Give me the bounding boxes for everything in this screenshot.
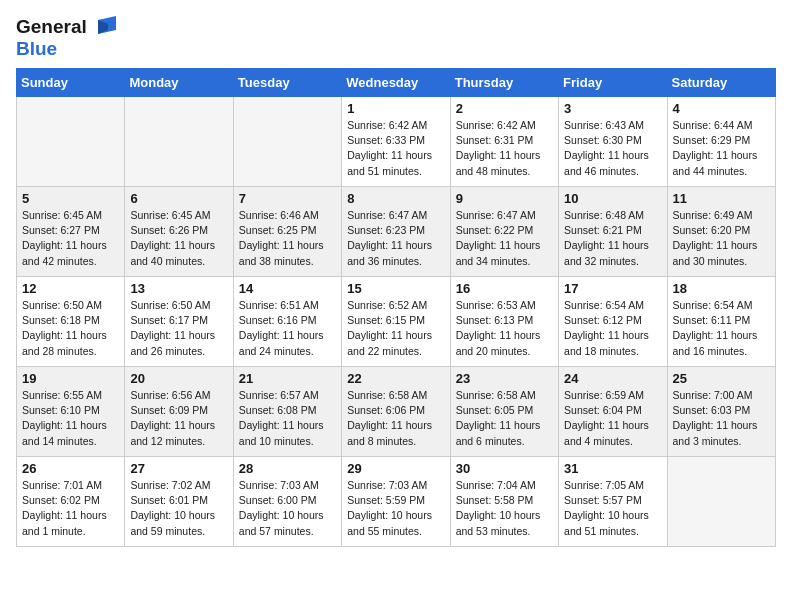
calendar-cell: 2Sunrise: 6:42 AMSunset: 6:31 PMDaylight… <box>450 97 558 187</box>
day-info: Sunrise: 6:53 AMSunset: 6:13 PMDaylight:… <box>456 298 553 359</box>
day-info: Sunrise: 6:52 AMSunset: 6:15 PMDaylight:… <box>347 298 444 359</box>
calendar-week-row: 5Sunrise: 6:45 AMSunset: 6:27 PMDaylight… <box>17 187 776 277</box>
calendar-cell: 6Sunrise: 6:45 AMSunset: 6:26 PMDaylight… <box>125 187 233 277</box>
calendar-cell: 13Sunrise: 6:50 AMSunset: 6:17 PMDayligh… <box>125 277 233 367</box>
day-number: 25 <box>673 371 770 386</box>
calendar-cell: 24Sunrise: 6:59 AMSunset: 6:04 PMDayligh… <box>559 367 667 457</box>
calendar-cell: 21Sunrise: 6:57 AMSunset: 6:08 PMDayligh… <box>233 367 341 457</box>
day-info: Sunrise: 6:54 AMSunset: 6:12 PMDaylight:… <box>564 298 661 359</box>
weekday-header-tuesday: Tuesday <box>233 69 341 97</box>
calendar-cell: 1Sunrise: 6:42 AMSunset: 6:33 PMDaylight… <box>342 97 450 187</box>
weekday-header-sunday: Sunday <box>17 69 125 97</box>
day-number: 23 <box>456 371 553 386</box>
day-number: 2 <box>456 101 553 116</box>
calendar-cell: 16Sunrise: 6:53 AMSunset: 6:13 PMDayligh… <box>450 277 558 367</box>
day-info: Sunrise: 6:59 AMSunset: 6:04 PMDaylight:… <box>564 388 661 449</box>
day-info: Sunrise: 6:45 AMSunset: 6:26 PMDaylight:… <box>130 208 227 269</box>
day-info: Sunrise: 6:43 AMSunset: 6:30 PMDaylight:… <box>564 118 661 179</box>
day-info: Sunrise: 6:54 AMSunset: 6:11 PMDaylight:… <box>673 298 770 359</box>
day-number: 6 <box>130 191 227 206</box>
day-number: 8 <box>347 191 444 206</box>
calendar-cell: 12Sunrise: 6:50 AMSunset: 6:18 PMDayligh… <box>17 277 125 367</box>
calendar-cell: 25Sunrise: 7:00 AMSunset: 6:03 PMDayligh… <box>667 367 775 457</box>
calendar-cell: 26Sunrise: 7:01 AMSunset: 6:02 PMDayligh… <box>17 457 125 547</box>
day-info: Sunrise: 7:02 AMSunset: 6:01 PMDaylight:… <box>130 478 227 539</box>
day-number: 4 <box>673 101 770 116</box>
weekday-header-saturday: Saturday <box>667 69 775 97</box>
day-info: Sunrise: 6:50 AMSunset: 6:17 PMDaylight:… <box>130 298 227 359</box>
day-number: 26 <box>22 461 119 476</box>
day-info: Sunrise: 6:51 AMSunset: 6:16 PMDaylight:… <box>239 298 336 359</box>
day-info: Sunrise: 6:42 AMSunset: 6:33 PMDaylight:… <box>347 118 444 179</box>
day-info: Sunrise: 6:48 AMSunset: 6:21 PMDaylight:… <box>564 208 661 269</box>
day-number: 16 <box>456 281 553 296</box>
calendar-cell: 3Sunrise: 6:43 AMSunset: 6:30 PMDaylight… <box>559 97 667 187</box>
calendar-cell: 5Sunrise: 6:45 AMSunset: 6:27 PMDaylight… <box>17 187 125 277</box>
logo-blue: Blue <box>16 38 57 59</box>
day-number: 30 <box>456 461 553 476</box>
calendar-week-row: 12Sunrise: 6:50 AMSunset: 6:18 PMDayligh… <box>17 277 776 367</box>
day-number: 11 <box>673 191 770 206</box>
calendar-cell: 14Sunrise: 6:51 AMSunset: 6:16 PMDayligh… <box>233 277 341 367</box>
day-info: Sunrise: 6:49 AMSunset: 6:20 PMDaylight:… <box>673 208 770 269</box>
day-number: 7 <box>239 191 336 206</box>
day-info: Sunrise: 7:01 AMSunset: 6:02 PMDaylight:… <box>22 478 119 539</box>
day-number: 3 <box>564 101 661 116</box>
day-number: 5 <box>22 191 119 206</box>
logo-general: General <box>16 16 87 38</box>
day-number: 19 <box>22 371 119 386</box>
day-info: Sunrise: 6:42 AMSunset: 6:31 PMDaylight:… <box>456 118 553 179</box>
calendar-cell: 20Sunrise: 6:56 AMSunset: 6:09 PMDayligh… <box>125 367 233 457</box>
weekday-header-friday: Friday <box>559 69 667 97</box>
calendar-cell: 31Sunrise: 7:05 AMSunset: 5:57 PMDayligh… <box>559 457 667 547</box>
day-info: Sunrise: 7:00 AMSunset: 6:03 PMDaylight:… <box>673 388 770 449</box>
calendar-week-row: 1Sunrise: 6:42 AMSunset: 6:33 PMDaylight… <box>17 97 776 187</box>
calendar-cell <box>667 457 775 547</box>
calendar-cell: 29Sunrise: 7:03 AMSunset: 5:59 PMDayligh… <box>342 457 450 547</box>
day-number: 20 <box>130 371 227 386</box>
day-info: Sunrise: 6:55 AMSunset: 6:10 PMDaylight:… <box>22 388 119 449</box>
weekday-header-thursday: Thursday <box>450 69 558 97</box>
logo-icon <box>90 16 116 38</box>
header: General Blue <box>16 16 776 60</box>
day-number: 29 <box>347 461 444 476</box>
day-info: Sunrise: 6:58 AMSunset: 6:05 PMDaylight:… <box>456 388 553 449</box>
calendar-cell: 8Sunrise: 6:47 AMSunset: 6:23 PMDaylight… <box>342 187 450 277</box>
day-number: 21 <box>239 371 336 386</box>
day-info: Sunrise: 7:04 AMSunset: 5:58 PMDaylight:… <box>456 478 553 539</box>
day-number: 18 <box>673 281 770 296</box>
calendar-cell: 7Sunrise: 6:46 AMSunset: 6:25 PMDaylight… <box>233 187 341 277</box>
day-info: Sunrise: 7:03 AMSunset: 5:59 PMDaylight:… <box>347 478 444 539</box>
calendar-cell <box>125 97 233 187</box>
calendar-cell <box>233 97 341 187</box>
calendar-cell: 30Sunrise: 7:04 AMSunset: 5:58 PMDayligh… <box>450 457 558 547</box>
calendar: SundayMondayTuesdayWednesdayThursdayFrid… <box>16 68 776 547</box>
calendar-cell: 28Sunrise: 7:03 AMSunset: 6:00 PMDayligh… <box>233 457 341 547</box>
calendar-cell: 22Sunrise: 6:58 AMSunset: 6:06 PMDayligh… <box>342 367 450 457</box>
calendar-cell: 23Sunrise: 6:58 AMSunset: 6:05 PMDayligh… <box>450 367 558 457</box>
calendar-cell: 10Sunrise: 6:48 AMSunset: 6:21 PMDayligh… <box>559 187 667 277</box>
day-info: Sunrise: 6:47 AMSunset: 6:22 PMDaylight:… <box>456 208 553 269</box>
calendar-cell: 18Sunrise: 6:54 AMSunset: 6:11 PMDayligh… <box>667 277 775 367</box>
day-number: 22 <box>347 371 444 386</box>
day-number: 12 <box>22 281 119 296</box>
day-number: 15 <box>347 281 444 296</box>
day-info: Sunrise: 6:44 AMSunset: 6:29 PMDaylight:… <box>673 118 770 179</box>
calendar-cell: 17Sunrise: 6:54 AMSunset: 6:12 PMDayligh… <box>559 277 667 367</box>
calendar-cell: 4Sunrise: 6:44 AMSunset: 6:29 PMDaylight… <box>667 97 775 187</box>
calendar-cell <box>17 97 125 187</box>
day-number: 13 <box>130 281 227 296</box>
day-info: Sunrise: 6:56 AMSunset: 6:09 PMDaylight:… <box>130 388 227 449</box>
calendar-cell: 15Sunrise: 6:52 AMSunset: 6:15 PMDayligh… <box>342 277 450 367</box>
day-number: 14 <box>239 281 336 296</box>
day-number: 28 <box>239 461 336 476</box>
day-number: 10 <box>564 191 661 206</box>
weekday-header-monday: Monday <box>125 69 233 97</box>
day-number: 27 <box>130 461 227 476</box>
calendar-cell: 19Sunrise: 6:55 AMSunset: 6:10 PMDayligh… <box>17 367 125 457</box>
day-number: 1 <box>347 101 444 116</box>
day-info: Sunrise: 7:05 AMSunset: 5:57 PMDaylight:… <box>564 478 661 539</box>
day-info: Sunrise: 6:57 AMSunset: 6:08 PMDaylight:… <box>239 388 336 449</box>
day-info: Sunrise: 6:58 AMSunset: 6:06 PMDaylight:… <box>347 388 444 449</box>
day-info: Sunrise: 6:50 AMSunset: 6:18 PMDaylight:… <box>22 298 119 359</box>
